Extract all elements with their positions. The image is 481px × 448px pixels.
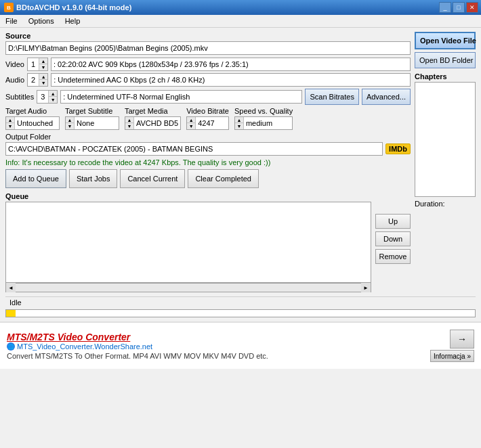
globe-icon: 🌐 [7, 342, 15, 351]
target-media-down[interactable]: ▼ [125, 123, 133, 129]
target-audio-group: Target Audio ▲ ▼ Untouched [5, 107, 60, 130]
start-jobs-button[interactable]: Start Jobs [69, 169, 118, 188]
informacja-button[interactable]: Informacja » [430, 350, 474, 362]
target-media-up[interactable]: ▲ [125, 117, 133, 123]
subtitle-track-num: 3 [37, 92, 48, 102]
menu-help[interactable]: Help [62, 16, 83, 26]
close-button[interactable]: ✕ [466, 2, 478, 13]
video-details: : 02:20:02 AVC 909 Kbps (1280x534p / 23.… [54, 60, 249, 68]
subtitles-label: Subtitles [5, 93, 34, 101]
video-info-box: : 02:20:02 AVC 909 Kbps (1280x534p / 23.… [51, 58, 411, 71]
advanced-button[interactable]: Advanced... [362, 89, 411, 105]
footer-left: MTS/M2TS Video Converter 🌐 MTS_Video_Con… [7, 332, 427, 360]
up-button[interactable]: Up [375, 214, 411, 229]
footer-arrow-button[interactable]: → [450, 330, 474, 349]
menu-options[interactable]: Options [26, 16, 57, 26]
target-audio-up[interactable]: ▲ [6, 117, 14, 123]
queue-scrollbar[interactable]: ◄ ► [5, 283, 371, 292]
add-to-queue-button[interactable]: Add to Queue [5, 169, 66, 188]
open-bd-folder-button[interactable]: Open BD Folder [415, 52, 476, 68]
queue-area: ◄ ► [5, 202, 371, 292]
output-folder-input[interactable] [5, 142, 383, 156]
queue-box [5, 202, 371, 283]
imdb-badge[interactable]: IMDb [385, 143, 411, 154]
target-media-value: AVCHD BD5 [134, 118, 180, 128]
target-subtitle-select[interactable]: ▲ ▼ None [65, 116, 119, 130]
audio-track-num: 2 [28, 75, 39, 85]
target-subtitle-up[interactable]: ▲ [66, 117, 74, 123]
speed-quality-arrows[interactable]: ▲ ▼ [235, 117, 244, 129]
title-bar-text: BDtoAVCHD v1.9.0 (64-bit mode) [16, 3, 131, 12]
audio-track-up[interactable]: ▲ [39, 74, 47, 80]
title-controls[interactable]: _ □ ✕ [439, 2, 478, 13]
audio-track-down[interactable]: ▼ [39, 80, 47, 86]
target-audio-select[interactable]: ▲ ▼ Untouched [5, 116, 60, 130]
footer-title: MTS/M2TS Video Converter [7, 332, 427, 342]
audio-track-spinner[interactable]: 2 ▲ ▼ [27, 73, 48, 87]
speed-quality-up[interactable]: ▲ [235, 117, 243, 123]
subtitle-track-spinner[interactable]: 3 ▲ ▼ [37, 90, 58, 104]
source-input[interactable] [5, 41, 411, 55]
video-track-arrows[interactable]: ▲ ▼ [39, 58, 47, 70]
speed-quality-select[interactable]: ▲ ▼ medium [234, 116, 293, 130]
target-audio-arrows[interactable]: ▲ ▼ [6, 117, 15, 129]
chapters-label: Chapters [415, 72, 476, 81]
video-track-up[interactable]: ▲ [39, 58, 47, 64]
speed-quality-down[interactable]: ▼ [235, 123, 243, 129]
video-bitrate-select[interactable]: ▲ ▼ 4247 [186, 116, 229, 130]
scan-bitrates-button[interactable]: Scan Bitrates [305, 89, 358, 105]
menu-file[interactable]: File [3, 16, 20, 26]
output-folder-label: Output Folder [5, 133, 411, 141]
subtitles-row: Subtitles 3 ▲ ▼ : Undetermined UTF-8 Nor… [5, 89, 411, 105]
target-audio-value: Untouched [15, 118, 59, 128]
open-video-file-button[interactable]: Open Video File [415, 32, 476, 49]
subtitle-track-down[interactable]: ▼ [49, 97, 57, 103]
target-audio-down[interactable]: ▼ [6, 123, 14, 129]
minimize-button[interactable]: _ [439, 2, 451, 13]
video-track-spinner[interactable]: 1 ▲ ▼ [27, 58, 48, 71]
video-bitrate-up[interactable]: ▲ [187, 117, 195, 123]
layout-left: Source Video 1 ▲ ▼ : 02:20:02 AVC 909 Kb… [5, 32, 411, 292]
target-media-group: Target Media ▲ ▼ AVCHD BD5 [125, 107, 181, 130]
speed-quality-group: Speed vs. Quality ▲ ▼ medium [234, 107, 293, 130]
speed-quality-value: medium [244, 118, 292, 128]
info-message: Info: It's necessary to recode the video… [5, 158, 411, 166]
clear-completed-button[interactable]: Clear Completed [188, 169, 259, 188]
app-icon: B [4, 3, 14, 12]
title-bar: B BDtoAVCHD v1.9.0 (64-bit mode) _ □ ✕ [0, 0, 481, 15]
status-bar: Idle [5, 296, 476, 308]
down-button[interactable]: Down [375, 231, 411, 246]
queue-side-buttons: Up Down Remove [375, 202, 411, 292]
subtitle-track-arrows[interactable]: ▲ ▼ [48, 91, 57, 103]
video-bitrate-down[interactable]: ▼ [187, 123, 195, 129]
right-panel: Open Video File Open BD Folder Chapters … [415, 32, 476, 292]
video-bitrate-arrows[interactable]: ▲ ▼ [187, 117, 196, 129]
maximize-button[interactable]: □ [453, 2, 465, 13]
scroll-track [16, 284, 361, 292]
target-subtitle-value: None [75, 118, 119, 128]
target-media-select[interactable]: ▲ ▼ AVCHD BD5 [125, 116, 181, 130]
target-media-arrows[interactable]: ▲ ▼ [125, 117, 134, 129]
footer-right: → Informacja » [427, 330, 474, 362]
footer: MTS/M2TS Video Converter 🌐 MTS_Video_Con… [0, 321, 481, 369]
footer-description: Convert MTS/M2TS To Other Format. MP4 AV… [7, 352, 427, 360]
title-bar-left: B BDtoAVCHD v1.9.0 (64-bit mode) [4, 3, 131, 12]
target-subtitle-group: Target Subtitle ▲ ▼ None [65, 107, 119, 130]
queue-section: ◄ ► Up Down Remove [5, 202, 411, 292]
queue-label: Queue [5, 192, 411, 200]
scroll-left-button[interactable]: ◄ [6, 283, 16, 292]
video-track-down[interactable]: ▼ [39, 64, 47, 70]
audio-track-arrows[interactable]: ▲ ▼ [39, 74, 47, 86]
audio-details: : Undetermined AAC 0 Kbps (2 ch / 48.0 K… [54, 76, 205, 84]
scroll-right-button[interactable]: ► [361, 283, 371, 292]
video-bitrate-label: Video Bitrate [186, 107, 229, 115]
remove-button[interactable]: Remove [375, 249, 411, 264]
subtitle-details: : Undetermined UTF-8 Normal English [63, 93, 190, 101]
cancel-current-button[interactable]: Cancel Current [120, 169, 185, 188]
target-subtitle-arrows[interactable]: ▲ ▼ [66, 117, 75, 129]
target-subtitle-down[interactable]: ▼ [66, 123, 74, 129]
subtitle-track-up[interactable]: ▲ [49, 91, 57, 97]
target-subtitle-label: Target Subtitle [65, 107, 119, 115]
status-area: Idle [5, 296, 476, 317]
subtitle-info-box: : Undetermined UTF-8 Normal English [60, 90, 302, 104]
